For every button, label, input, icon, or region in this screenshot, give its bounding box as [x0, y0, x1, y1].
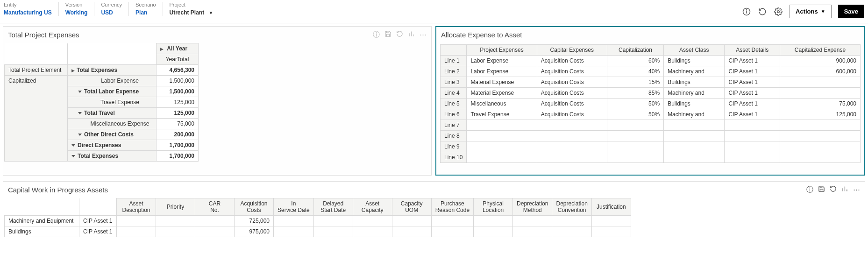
cwip-col-header[interactable]: DelayedStart Date [313, 198, 353, 216]
col-header-allyear[interactable]: All Year [157, 43, 199, 54]
cwip-row-header-1[interactable]: Buildings [5, 226, 79, 237]
alloc-cell[interactable]: Buildings [664, 56, 725, 66]
cwip-cell[interactable] [313, 226, 353, 237]
alloc-row-header[interactable]: Line 10 [441, 152, 467, 163]
cwip-cell[interactable] [392, 216, 431, 226]
expense-row-label[interactable]: Total Travel [68, 108, 157, 119]
alloc-row-header[interactable]: Line 5 [441, 99, 467, 109]
alloc-cell[interactable] [725, 131, 780, 141]
allocate-grid[interactable]: Project ExpensesCapital ExpensesCapitali… [440, 44, 861, 163]
cwip-row-header-1[interactable]: Machinery and Equipment [5, 216, 79, 226]
alloc-cell[interactable]: CIP Asset 1 [725, 56, 780, 66]
pov-value[interactable]: Working [65, 9, 88, 16]
alloc-col-header[interactable]: Asset Class [664, 45, 725, 56]
expense-row-label[interactable]: Labor Expense [68, 76, 157, 86]
panel-allocate-expense[interactable]: Allocate Expense to Asset Project Expens… [435, 26, 865, 176]
alloc-cell[interactable] [607, 152, 663, 163]
alloc-cell[interactable] [607, 131, 663, 141]
alloc-cell[interactable] [780, 141, 860, 152]
cwip-cell[interactable] [474, 216, 513, 226]
expense-row-label[interactable]: Miscellaneous Expense [68, 119, 157, 129]
save-button[interactable]: Save [838, 5, 864, 18]
alloc-cell[interactable] [664, 131, 725, 141]
alloc-cell[interactable] [467, 152, 537, 163]
cwip-cell[interactable] [313, 216, 353, 226]
expense-row-value[interactable]: 125,000 [157, 108, 199, 119]
more-icon[interactable]: ⋯ [420, 30, 427, 39]
cwip-cell[interactable] [431, 226, 473, 237]
expense-row-value[interactable]: 125,000 [157, 97, 199, 108]
expense-row-label[interactable]: Total Expenses [68, 151, 157, 162]
pov-value[interactable]: Manufacturing US [4, 9, 52, 16]
pov-item-entity[interactable]: Entity Manufacturing US [4, 2, 59, 16]
alloc-cell[interactable] [537, 120, 607, 131]
alloc-row-header[interactable]: Line 2 [441, 66, 467, 77]
alloc-cell[interactable]: Acquisition Costs [537, 109, 607, 120]
alloc-cell[interactable]: 50% [607, 109, 663, 120]
cwip-row-header-2[interactable]: CIP Asset 1 [79, 226, 117, 237]
alloc-cell[interactable]: Labor Expense [467, 66, 537, 77]
actions-button[interactable]: Actions ▼ [790, 5, 832, 18]
cwip-cell[interactable] [156, 226, 195, 237]
cwip-col-header[interactable]: PurchaseReason Code [431, 198, 473, 216]
alloc-cell[interactable]: CIP Asset 1 [725, 66, 780, 77]
pov-item-currency[interactable]: Currency USD [94, 2, 129, 16]
cwip-cell[interactable] [392, 226, 431, 237]
alloc-cell[interactable]: 85% [607, 88, 663, 99]
cwip-col-header[interactable]: Priority [156, 198, 195, 216]
cwip-cell[interactable] [513, 226, 552, 237]
alloc-cell[interactable]: Acquisition Costs [537, 88, 607, 99]
cwip-cell[interactable] [513, 216, 552, 226]
pov-item-version[interactable]: Version Working [59, 2, 95, 16]
alloc-col-header[interactable]: Capitalization [607, 45, 663, 56]
cwip-grid[interactable]: AssetDescriptionPriorityCARNo.Acquisitio… [4, 198, 631, 237]
cwip-cell[interactable] [353, 216, 392, 226]
alloc-cell[interactable] [607, 141, 663, 152]
cwip-cell[interactable] [195, 216, 235, 226]
cwip-cell[interactable] [353, 226, 392, 237]
expense-row-value[interactable]: 1,700,000 [157, 140, 199, 151]
alloc-cell[interactable] [725, 152, 780, 163]
cwip-col-header[interactable]: CapacityUOM [392, 198, 431, 216]
alloc-cell[interactable]: 50% [607, 99, 663, 109]
more-icon[interactable]: ⋯ [853, 185, 860, 194]
alloc-row-header[interactable]: Line 8 [441, 131, 467, 141]
pov-value[interactable]: Utrecht Plant ▼ [170, 9, 213, 16]
alloc-row-header[interactable]: Line 3 [441, 77, 467, 88]
alloc-col-header[interactable]: Capital Expenses [537, 45, 607, 56]
alloc-cell[interactable] [537, 141, 607, 152]
cwip-cell[interactable] [195, 226, 235, 237]
alloc-cell[interactable]: Machinery and [664, 88, 725, 99]
alloc-cell[interactable]: Acquisition Costs [537, 66, 607, 77]
cwip-cell[interactable]: 725,000 [235, 216, 274, 226]
cwip-col-header[interactable]: Justification [591, 198, 631, 216]
cwip-col-header[interactable]: AssetCapacity [353, 198, 392, 216]
alloc-cell[interactable] [664, 120, 725, 131]
alloc-cell[interactable]: Acquisition Costs [537, 56, 607, 66]
alloc-cell[interactable]: 60% [607, 56, 663, 66]
info-icon[interactable]: ⓘ [806, 185, 813, 194]
alloc-cell[interactable] [664, 152, 725, 163]
alloc-cell[interactable] [537, 131, 607, 141]
alloc-cell[interactable]: 125,000 [780, 109, 860, 120]
cwip-cell[interactable] [591, 226, 631, 237]
refresh-icon[interactable] [396, 30, 403, 39]
alloc-cell[interactable] [780, 131, 860, 141]
alloc-cell[interactable] [467, 120, 537, 131]
alloc-cell[interactable]: CIP Asset 1 [725, 99, 780, 109]
chart-icon[interactable] [408, 30, 415, 39]
alloc-col-header[interactable]: Asset Details [725, 45, 780, 56]
alloc-cell[interactable]: 15% [607, 77, 663, 88]
alloc-cell[interactable] [780, 152, 860, 163]
pov-value[interactable]: USD [101, 9, 122, 16]
panel-project-expenses[interactable]: Total Project Expenses ⓘ ⋯ [3, 26, 432, 176]
info-icon[interactable]: ⓘ [373, 30, 380, 39]
alloc-cell[interactable]: CIP Asset 1 [725, 77, 780, 88]
alloc-cell[interactable]: CIP Asset 1 [725, 88, 780, 99]
alloc-cell[interactable] [780, 88, 860, 99]
cwip-col-header[interactable]: DepreciationConvention [552, 198, 591, 216]
alloc-row-header[interactable]: Line 4 [441, 88, 467, 99]
expense-row-value[interactable]: 200,000 [157, 129, 199, 140]
panel-cwip[interactable]: Capital Work in Progress Assets ⓘ ⋯ Asse… [3, 181, 865, 243]
alloc-cell[interactable]: Machinery and [664, 109, 725, 120]
